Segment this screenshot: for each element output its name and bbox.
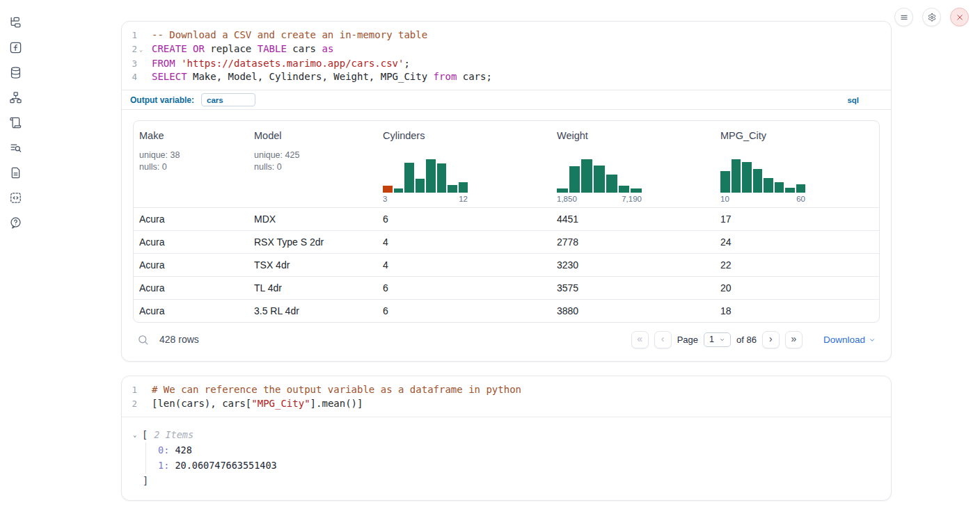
fold-spacer (137, 397, 145, 411)
settings-button[interactable] (922, 8, 941, 26)
sidebar-item-logs[interactable] (8, 115, 22, 129)
table-cell: 4 (377, 236, 551, 248)
histogram-bar (426, 159, 436, 193)
table-cell: 20 (715, 282, 879, 293)
histogram-bar (594, 166, 605, 193)
fold-chevron-icon[interactable]: ⌄ (137, 42, 145, 57)
table-row[interactable]: AcuraMDX6445117 (134, 207, 879, 230)
python-cell: 1# We can reference the output variable … (121, 376, 892, 500)
download-label: Download (823, 335, 865, 345)
chevron-down-icon[interactable]: ⌄ (133, 427, 142, 442)
histogram-bar (383, 186, 393, 193)
histogram-bar (720, 171, 730, 193)
column-name: MPG_City (720, 130, 874, 141)
table-cell: 2778 (551, 236, 715, 248)
table-cell: 18 (715, 305, 879, 316)
code-text: [len(cars), cars["MPG_City"].mean()] (145, 397, 363, 411)
table-body: AcuraMDX6445117AcuraRSX Type S 2dr427782… (134, 207, 879, 322)
sidebar-item-search[interactable] (8, 140, 22, 154)
tree-entry: 0: 428 (158, 442, 880, 458)
column-header-cylinders[interactable]: Cylinders312 (377, 121, 551, 207)
column-histogram: 1,8507,190 (557, 159, 642, 203)
chevron-down-icon (869, 337, 876, 344)
code-line: 1-- Download a CSV and create an in-memo… (122, 29, 891, 42)
column-name: Model (254, 130, 372, 141)
next-page-button[interactable]: › (762, 331, 780, 348)
table-footer: 428 rows « ‹ Page 1 of 86 › » Downl (133, 326, 880, 353)
column-header-mpg_city[interactable]: MPG_City1060 (715, 121, 879, 207)
sidebar-item-dependencies[interactable] (8, 90, 22, 104)
line-number: 3 (122, 57, 137, 71)
sidebar-item-datasources[interactable] (8, 65, 22, 79)
output-variable-input[interactable] (201, 93, 255, 106)
code-text: SELECT Make, Model, Cylinders, Weight, M… (145, 70, 492, 84)
histogram-bar (775, 182, 784, 193)
window-controls (894, 8, 969, 26)
helper-sidebar (0, 0, 31, 507)
histogram-bar (732, 159, 741, 193)
code-text: FROM 'https://datasets.marimo.app/cars.c… (145, 57, 410, 71)
fold-spacer (137, 29, 145, 42)
entry-value: 20.060747663551403 (169, 460, 276, 471)
table-row[interactable]: Acura3.5 RL 4dr6388018 (134, 299, 879, 322)
close-button[interactable] (950, 8, 969, 26)
column-header-model[interactable]: Modelunique: 425nulls: 0 (248, 121, 377, 207)
entry-index: 0: (158, 444, 169, 456)
table-cell: 6 (377, 214, 551, 225)
close-icon (955, 13, 965, 22)
column-header-weight[interactable]: Weight1,8507,190 (551, 121, 715, 207)
line-number: 2 (122, 397, 137, 411)
table-search-button[interactable] (137, 334, 149, 346)
marimo-app: 1-- Download a CSV and create an in-memo… (0, 0, 980, 507)
column-histogram: 1060 (720, 159, 805, 203)
table-cell: MDX (248, 214, 377, 225)
sql-language-badge: sql (847, 96, 883, 104)
search-list-icon (9, 141, 22, 154)
notebook-content: 1-- Download a CSV and create an in-memo… (121, 21, 892, 501)
sidebar-item-file-explorer[interactable] (8, 15, 22, 29)
entry-index: 1: (158, 460, 169, 471)
histogram-axis-labels: 312 (383, 195, 468, 203)
menu-button[interactable] (894, 8, 913, 26)
histogram-bars (720, 159, 805, 193)
sidebar-item-snippets[interactable] (8, 191, 22, 204)
sidebar-item-documentation[interactable] (8, 166, 22, 179)
sql-code-editor[interactable]: 1-- Download a CSV and create an in-memo… (122, 22, 891, 90)
download-button[interactable]: Download (823, 335, 876, 345)
table-cell: Acura (134, 214, 248, 225)
table-row[interactable]: AcuraRSX Type S 2dr4277824 (134, 230, 879, 253)
column-name: Make (139, 130, 243, 141)
prev-page-button[interactable]: ‹ (654, 331, 672, 348)
last-page-button[interactable]: » (785, 331, 803, 348)
histogram-bar (753, 169, 763, 193)
code-line: 2⌄CREATE OR replace TABLE cars as (122, 42, 891, 57)
data-table: Makeunique: 38nulls: 0Modelunique: 425nu… (133, 120, 880, 323)
table-cell: Acura (134, 282, 248, 293)
first-page-button[interactable]: « (631, 331, 649, 348)
page-select[interactable]: 1 (704, 332, 731, 347)
histogram-bars (557, 159, 642, 193)
items-count-label: 2 Items (154, 427, 193, 442)
document-icon (9, 166, 22, 179)
sidebar-item-help[interactable] (8, 216, 22, 230)
column-header-make[interactable]: Makeunique: 38nulls: 0 (134, 121, 248, 207)
histogram-bar (796, 184, 806, 193)
fold-spacer (137, 57, 145, 71)
code-line: 1# We can reference the output variable … (122, 383, 891, 397)
table-row[interactable]: AcuraTL 4dr6357520 (134, 276, 879, 299)
menu-icon (899, 13, 909, 22)
line-number: 2 (122, 42, 137, 57)
column-stats: unique: 38nulls: 0 (139, 150, 243, 172)
page-select-value: 1 (709, 335, 714, 344)
python-code-editor[interactable]: 1# We can reference the output variable … (122, 376, 891, 416)
scroll-logs-icon (9, 116, 22, 129)
table-row[interactable]: AcuraTSX 4dr4323022 (134, 253, 879, 276)
table-cell: 4451 (551, 214, 715, 225)
row-count: 428 rows (159, 334, 199, 345)
histogram-bar (785, 188, 795, 193)
table-cell: 24 (715, 236, 879, 248)
sidebar-item-variables[interactable] (8, 40, 22, 54)
code-line: 2[len(cars), cars["MPG_City"].mean()] (122, 397, 891, 411)
histogram-bar (619, 186, 630, 193)
histogram-bar (631, 188, 642, 193)
